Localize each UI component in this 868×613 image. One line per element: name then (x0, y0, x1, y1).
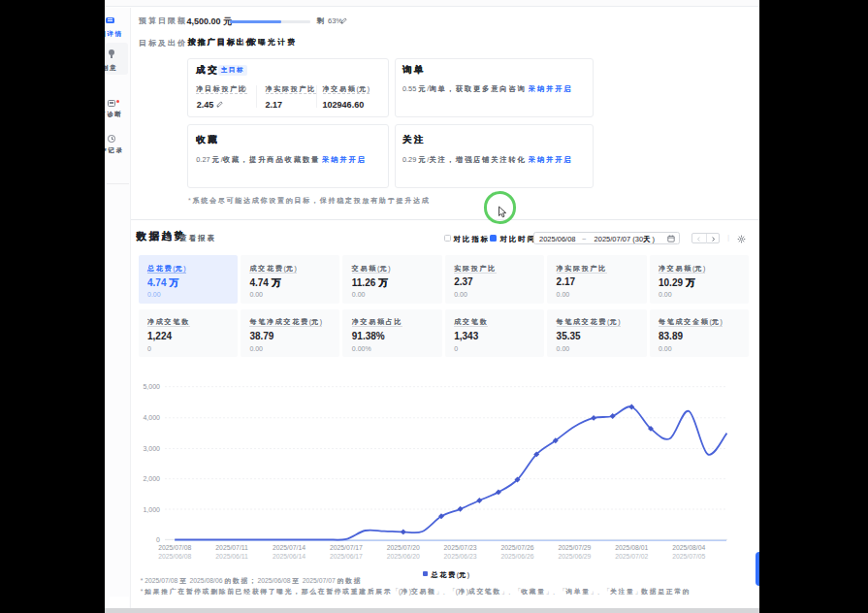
svg-text:2025/07/08: 2025/07/08 (158, 544, 191, 551)
svg-text:2025/07/14: 2025/07/14 (273, 544, 305, 551)
svg-text:2025/06/11: 2025/06/11 (215, 553, 248, 560)
svg-text:4,000: 4,000 (143, 414, 160, 421)
svg-text:2025/06/23: 2025/06/23 (444, 553, 477, 560)
svg-text:1,000: 1,000 (143, 506, 160, 513)
svg-text:2025/06/14: 2025/06/14 (273, 553, 305, 560)
svg-text:2025/07/26: 2025/07/26 (500, 544, 533, 551)
svg-text:2025/06/26: 2025/06/26 (500, 553, 533, 560)
svg-text:2025/07/29: 2025/07/29 (558, 544, 591, 551)
svg-text:2025/06/08: 2025/06/08 (158, 553, 191, 560)
svg-text:2025/08/04: 2025/08/04 (672, 544, 705, 551)
svg-text:2025/07/20: 2025/07/20 (387, 544, 420, 551)
svg-text:2025/07/17: 2025/07/17 (330, 544, 363, 551)
svg-text:2025/06/29: 2025/06/29 (558, 553, 591, 560)
svg-text:2025/07/23: 2025/07/23 (444, 544, 477, 551)
svg-text:2025/08/01: 2025/08/01 (615, 544, 648, 551)
svg-text:2,000: 2,000 (143, 475, 160, 482)
svg-text:0: 0 (156, 536, 160, 543)
svg-text:5,000: 5,000 (143, 383, 160, 390)
svg-text:2025/07/11: 2025/07/11 (215, 544, 248, 551)
svg-text:2025/07/02: 2025/07/02 (615, 553, 648, 560)
svg-text:3,000: 3,000 (143, 445, 160, 452)
svg-text:2025/07/05: 2025/07/05 (672, 553, 705, 560)
svg-text:2025/06/17: 2025/06/17 (330, 553, 363, 560)
svg-text:2025/06/20: 2025/06/20 (387, 553, 420, 560)
